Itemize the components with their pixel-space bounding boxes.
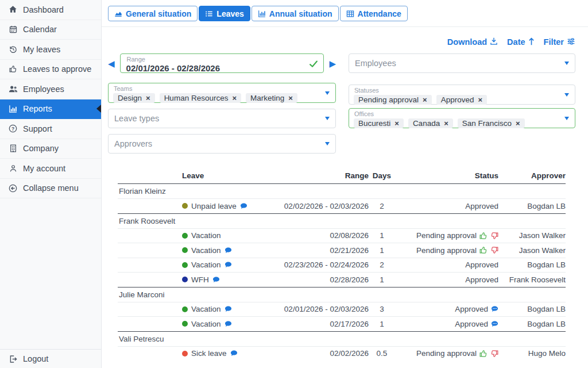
remove-chip-icon[interactable]: × <box>423 96 427 103</box>
tab-attendance[interactable]: Attendance <box>340 6 408 21</box>
filter-chip: San Francisco× <box>458 118 525 128</box>
download-link[interactable]: Download <box>447 37 498 47</box>
status-comment-icon[interactable] <box>491 320 498 328</box>
reject-thumb-down-icon[interactable] <box>490 232 498 240</box>
days-cell: 3 <box>369 305 395 313</box>
days-cell: 2 <box>369 202 395 210</box>
sidebar-item-support[interactable]: ?Support <box>0 119 101 139</box>
leaves-table: Leave Range Days Status Approver Florian… <box>118 167 566 361</box>
person-icon <box>8 164 18 172</box>
comment-icon[interactable] <box>212 276 220 283</box>
comment-icon[interactable] <box>225 261 232 269</box>
teams-chips: Design×Human Resources×Marketing× <box>113 93 320 103</box>
approve-thumb-up-icon[interactable] <box>479 232 488 240</box>
remove-chip-icon[interactable]: × <box>394 120 399 127</box>
chevron-down-icon[interactable] <box>325 91 330 95</box>
active-item-pointer <box>96 105 101 113</box>
download-icon <box>490 37 498 47</box>
prev-range-icon[interactable]: ◀ <box>108 59 115 68</box>
leave-type-dot <box>182 247 188 253</box>
leave-types-filter[interactable]: Leave types <box>108 109 336 128</box>
sidebar-item-label: Employees <box>23 85 64 94</box>
days-cell: 2 <box>369 260 395 269</box>
status-label: Approved <box>465 275 498 284</box>
leave-type-label: Vacation <box>191 231 221 240</box>
tab-annual-situation[interactable]: Annual situation <box>252 6 339 21</box>
employee-group-row: Vali Petrescu <box>118 331 566 346</box>
chip-label: Bucuresti <box>358 119 390 128</box>
offices-filter[interactable]: Offices Bucuresti×Canada×San Francisco× <box>349 108 575 128</box>
range-label: Range <box>126 56 307 63</box>
leave-row: Vacation02/08/20261Pending approvalJason… <box>118 228 566 243</box>
filter-link[interactable]: Filter <box>544 37 575 47</box>
remove-chip-icon[interactable]: × <box>478 96 482 103</box>
reject-thumb-down-icon[interactable] <box>490 350 498 358</box>
comment-icon[interactable] <box>225 247 232 254</box>
chevron-down-icon[interactable] <box>564 62 569 65</box>
remove-chip-icon[interactable]: × <box>516 120 520 127</box>
leave-cell: Vacation <box>182 260 283 269</box>
svg-text:?: ? <box>11 126 14 132</box>
sidebar: DashboardCalendarMy leavesLeaves to appr… <box>0 0 102 368</box>
sidebar-item-leaves-to-approve[interactable]: Leaves to approve <box>0 60 101 80</box>
chevron-down-icon[interactable] <box>564 117 569 120</box>
offices-chips: Bucuresti×Canada×San Francisco× <box>354 118 560 128</box>
status-comment-icon[interactable] <box>491 305 498 313</box>
sidebar-item-employees[interactable]: Employees <box>0 79 101 99</box>
comment-icon[interactable] <box>240 202 247 210</box>
teams-filter[interactable]: Teams Design×Human Resources×Marketing× <box>108 83 336 103</box>
employee-name: Frank Roosevelt <box>118 217 175 225</box>
leave-row: Vacation02/17/20261ApprovedBogdan LB <box>118 316 566 331</box>
employees-filter[interactable]: Employees <box>349 53 575 73</box>
tablegrid-icon <box>346 10 354 18</box>
tab-label: Leaves <box>216 9 243 18</box>
approver-cell: Bogdan LB <box>498 202 566 210</box>
sidebar-item-company[interactable]: Company <box>0 139 101 159</box>
employee-group-row: Julie Marconi <box>118 287 566 302</box>
filters-left-column: ◀ Range 02/01/2026 - 02/28/2026 ▶ Teams … <box>108 53 336 154</box>
sidebar-item-my-leaves[interactable]: My leaves <box>0 40 101 60</box>
offices-label: Offices <box>354 110 560 118</box>
status-cell: Approved <box>395 202 498 210</box>
range-cell: 02/02/2026 - 02/03/2026 <box>283 202 369 210</box>
sidebar-item-reports[interactable]: Reports <box>0 99 101 120</box>
range-value: 02/01/2026 - 02/28/2026 <box>126 63 220 73</box>
col-header-range: Range <box>283 171 369 180</box>
sidebar-item-collapse-menu[interactable]: Collapse menu <box>0 179 101 199</box>
sidebar-item-dashboard[interactable]: Dashboard <box>0 0 101 20</box>
leave-type-label: Unpaid leave <box>191 202 237 210</box>
statuses-filter[interactable]: Statuses Pending approval×Approved× <box>349 85 575 105</box>
sidebar-main: DashboardCalendarMy leavesLeaves to appr… <box>0 0 101 119</box>
employees-placeholder: Employees <box>349 54 575 68</box>
remove-chip-icon[interactable]: × <box>444 120 448 127</box>
employee-group-row: Florian Kleinz <box>118 184 566 198</box>
sidebar-item-logout[interactable]: Logout <box>0 349 101 368</box>
chevron-down-icon[interactable] <box>564 93 569 97</box>
comment-icon[interactable] <box>230 350 238 357</box>
status-cell: Pending approval <box>395 231 498 240</box>
sidebar-item-calendar[interactable]: Calendar <box>0 20 101 40</box>
remove-chip-icon[interactable]: × <box>146 94 150 102</box>
approvers-filter[interactable]: Approvers <box>108 134 336 154</box>
tab-leaves[interactable]: Leaves <box>199 6 250 21</box>
chevron-down-icon[interactable] <box>325 142 330 145</box>
sidebar-item-my-account[interactable]: My account <box>0 159 101 179</box>
tab-general-situation[interactable]: General situation <box>108 6 198 21</box>
date-sort-link[interactable]: Date <box>507 37 534 47</box>
approve-thumb-up-icon[interactable] <box>479 246 488 254</box>
chevron-down-icon[interactable] <box>325 117 330 120</box>
range-cell: 02/17/2026 <box>283 320 369 328</box>
leave-type-dot <box>182 233 188 239</box>
reject-thumb-down-icon[interactable] <box>490 246 498 254</box>
approve-thumb-up-icon[interactable] <box>479 350 488 358</box>
range-field[interactable]: Range 02/01/2026 - 02/28/2026 <box>120 53 324 73</box>
remove-chip-icon[interactable]: × <box>232 94 237 102</box>
next-range-icon[interactable]: ▶ <box>329 59 336 68</box>
employee-name: Julie Marconi <box>118 290 165 299</box>
sidebar-item-label: Collapse menu <box>23 183 79 193</box>
leave-cell: Sick leave <box>182 349 283 358</box>
remove-chip-icon[interactable]: × <box>288 94 293 102</box>
building-icon <box>8 144 18 152</box>
comment-icon[interactable] <box>225 320 232 328</box>
comment-icon[interactable] <box>225 305 232 313</box>
